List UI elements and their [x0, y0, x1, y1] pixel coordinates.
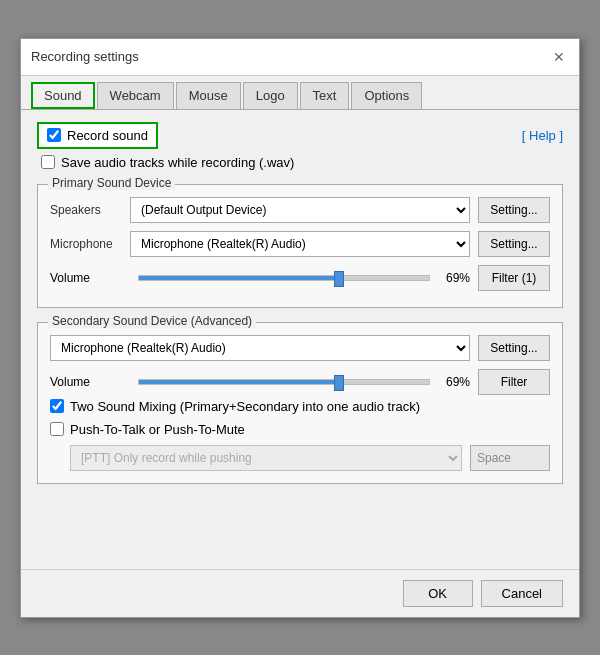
recording-settings-dialog: Recording settings ✕ Sound Webcam Mouse … [20, 38, 580, 618]
ptt-checkbox-row: Push-To-Talk or Push-To-Mute [50, 422, 550, 437]
secondary-slider-fill [139, 380, 339, 384]
two-sound-row: Two Sound Mixing (Primary+Secondary into… [50, 399, 550, 414]
speakers-select[interactable]: (Default Output Device) [130, 197, 470, 223]
microphone-select-container: Microphone (Realtek(R) Audio) Setting... [130, 231, 550, 257]
secondary-volume-label: Volume [50, 375, 130, 389]
secondary-mic-select-container: Microphone (Realtek(R) Audio) Setting... [50, 335, 550, 361]
primary-sound-group: Primary Sound Device Speakers (Default O… [37, 184, 563, 308]
volume-label: Volume [50, 271, 130, 285]
two-sound-checkbox[interactable] [50, 399, 64, 413]
secondary-volume-percent: 69% [438, 375, 470, 389]
volume-slider-thumb[interactable] [334, 271, 344, 287]
record-sound-label: Record sound [67, 128, 148, 143]
secondary-group-label: Secondary Sound Device (Advanced) [48, 314, 256, 328]
tab-webcam[interactable]: Webcam [97, 82, 174, 109]
microphone-select[interactable]: Microphone (Realtek(R) Audio) [130, 231, 470, 257]
microphone-label: Microphone [50, 237, 130, 251]
secondary-volume-slider[interactable] [138, 372, 430, 392]
help-link[interactable]: [ Help ] [522, 128, 563, 143]
volume-row: Volume 69% Filter (1) [50, 265, 550, 291]
tab-logo[interactable]: Logo [243, 82, 298, 109]
tab-sound[interactable]: Sound [31, 82, 95, 109]
tab-text[interactable]: Text [300, 82, 350, 109]
ptt-select[interactable]: [PTT] Only record while pushing [70, 445, 462, 471]
speakers-row: Speakers (Default Output Device) Setting… [50, 197, 550, 223]
ptt-label: Push-To-Talk or Push-To-Mute [70, 422, 245, 437]
footer: OK Cancel [21, 569, 579, 617]
volume-slider[interactable] [138, 268, 430, 288]
two-sound-label: Two Sound Mixing (Primary+Secondary into… [70, 399, 420, 414]
dialog-title: Recording settings [31, 49, 139, 64]
secondary-setting-button[interactable]: Setting... [478, 335, 550, 361]
volume-slider-track [138, 275, 430, 281]
microphone-setting-button[interactable]: Setting... [478, 231, 550, 257]
record-sound-row: Record sound [ Help ] [37, 122, 563, 149]
volume-percent: 69% [438, 271, 470, 285]
microphone-row: Microphone Microphone (Realtek(R) Audio)… [50, 231, 550, 257]
ptt-select-row: [PTT] Only record while pushing [70, 445, 550, 471]
tab-bar: Sound Webcam Mouse Logo Text Options [21, 76, 579, 110]
tab-content: Record sound [ Help ] Save audio tracks … [21, 110, 579, 569]
ptt-checkbox[interactable] [50, 422, 64, 436]
close-button[interactable]: ✕ [549, 47, 569, 67]
ptt-key-input[interactable] [470, 445, 550, 471]
tab-options[interactable]: Options [351, 82, 422, 109]
title-bar: Recording settings ✕ [21, 39, 579, 76]
speakers-select-container: (Default Output Device) Setting... [130, 197, 550, 223]
save-audio-row: Save audio tracks while recording (.wav) [41, 155, 563, 170]
speakers-label: Speakers [50, 203, 130, 217]
filter-button-2[interactable]: Filter [478, 369, 550, 395]
volume-slider-fill [139, 276, 339, 280]
speakers-setting-button[interactable]: Setting... [478, 197, 550, 223]
secondary-slider-track [138, 379, 430, 385]
ok-button[interactable]: OK [403, 580, 473, 607]
secondary-mic-row: Microphone (Realtek(R) Audio) Setting... [50, 335, 550, 361]
record-sound-highlighted: Record sound [37, 122, 158, 149]
tab-mouse[interactable]: Mouse [176, 82, 241, 109]
secondary-sound-group: Secondary Sound Device (Advanced) Microp… [37, 322, 563, 484]
primary-group-label: Primary Sound Device [48, 176, 175, 190]
record-sound-checkbox[interactable] [47, 128, 61, 142]
filter-button-1[interactable]: Filter (1) [478, 265, 550, 291]
secondary-slider-thumb[interactable] [334, 375, 344, 391]
cancel-button[interactable]: Cancel [481, 580, 563, 607]
save-audio-label: Save audio tracks while recording (.wav) [61, 155, 294, 170]
secondary-volume-row: Volume 69% Filter [50, 369, 550, 395]
save-audio-checkbox[interactable] [41, 155, 55, 169]
secondary-mic-select[interactable]: Microphone (Realtek(R) Audio) [50, 335, 470, 361]
